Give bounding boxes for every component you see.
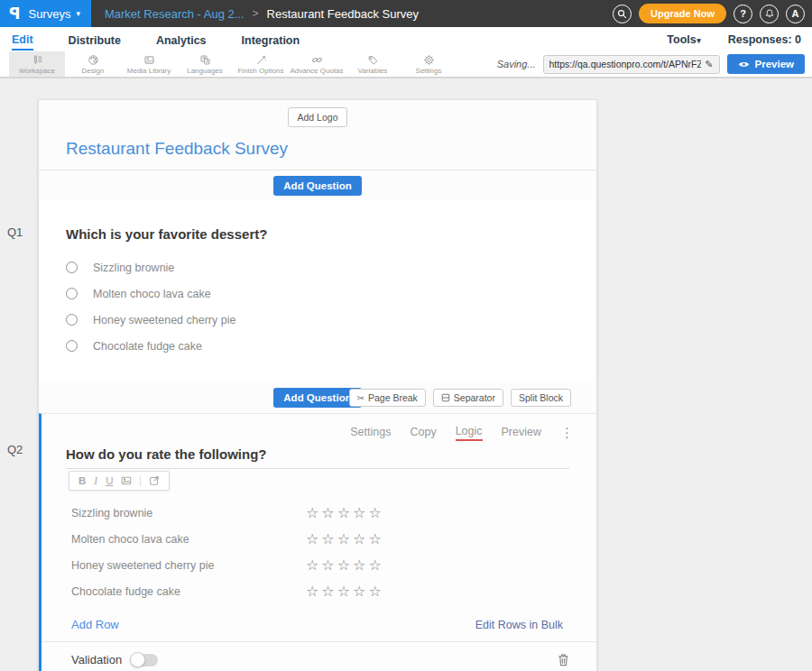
question-block-q2[interactable]: Settings Copy Logic Preview ⋮ How do you…	[39, 413, 596, 671]
toolbar-item-variables[interactable]: Variables	[345, 51, 401, 77]
image-icon	[121, 475, 132, 486]
validation-toggle[interactable]	[131, 654, 158, 666]
variables-icon	[367, 54, 379, 66]
tab-edit[interactable]: Edit	[12, 29, 33, 51]
edit-url-icon[interactable]: ✎	[705, 59, 713, 70]
rating-matrix: Sizzling brownie ☆☆☆☆☆ Molten choco lava…	[71, 500, 569, 604]
star-rating-icons[interactable]: ☆☆☆☆☆	[306, 556, 384, 574]
question-number-q2: Q2	[7, 443, 23, 456]
product-switcher[interactable]: P Surveys ▾	[0, 0, 91, 27]
answer-option-label: Sizzling brownie	[93, 262, 174, 274]
rating-row-label[interactable]: Molten choco lava cake	[71, 533, 306, 546]
toolbar-item-settings[interactable]: Settings	[401, 51, 457, 77]
rating-row-label[interactable]: Chocolate fudge cake	[71, 585, 306, 598]
delete-question-button[interactable]	[558, 653, 569, 666]
responses-count[interactable]: Responses: 0	[728, 33, 801, 46]
toolbar-item-finish-options[interactable]: Finish Options	[233, 51, 289, 77]
upgrade-now-button[interactable]: Upgrade Now	[639, 4, 726, 23]
toolbar-item-media-library[interactable]: Media Library	[121, 51, 177, 77]
row-management: Add Row Edit Rows in Bulk	[42, 604, 596, 641]
insert-image-button[interactable]	[121, 475, 132, 486]
rating-row-label[interactable]: Sizzling brownie	[71, 507, 306, 519]
insert-actions: ✂ Page Break Separator Split Block	[349, 389, 571, 407]
question-tab-settings[interactable]: Settings	[350, 426, 391, 440]
survey-editor-canvas: Q1 Q2 Add Logo Restaurant Feedback Surve…	[0, 78, 812, 671]
question-tab-logic[interactable]: Logic	[456, 425, 483, 441]
separator-button[interactable]: Separator	[433, 389, 503, 407]
underline-button[interactable]: U	[106, 475, 113, 486]
answer-options: Sizzling brownie Molten choco lava cake …	[66, 262, 569, 352]
page-break-button[interactable]: ✂ Page Break	[349, 389, 426, 407]
tab-integration[interactable]: Integration	[242, 30, 300, 50]
toolbar-item-design[interactable]: Design	[65, 51, 121, 77]
question-block-q1[interactable]: Which is your favorite dessert? Sizzling…	[39, 201, 596, 382]
search-button[interactable]	[613, 5, 632, 23]
tools-menu[interactable]: Tools ▾	[667, 33, 700, 46]
breadcrumb-parent[interactable]: Market Research - Aug 2...	[105, 7, 245, 21]
toggle-knob	[130, 652, 145, 667]
toolbar-item-label: Design	[82, 67, 105, 75]
star-rating-icons[interactable]: ☆☆☆☆☆	[306, 583, 384, 600]
add-question-button[interactable]: Add Question	[273, 176, 361, 196]
advance-quotas-icon	[311, 54, 323, 66]
radio-icon[interactable]	[66, 262, 78, 273]
survey-title[interactable]: Restaurant Feedback Survey	[66, 139, 569, 159]
question-tab-copy[interactable]: Copy	[410, 426, 436, 440]
external-link-icon	[149, 475, 160, 486]
design-icon	[88, 54, 99, 66]
preview-button[interactable]: Preview	[727, 54, 805, 74]
bold-button[interactable]: B	[78, 475, 86, 486]
survey-nav-tabs: Edit Distribute Analytics Integration To…	[0, 27, 812, 51]
breadcrumb-separator: >	[253, 7, 259, 20]
separator-icon	[441, 393, 450, 402]
question-text-q2[interactable]: How do you rate the following?	[66, 446, 569, 469]
rating-row-label[interactable]: Honey sweetened cherry pie	[71, 559, 306, 572]
top-navigation-bar: P Surveys ▾ Market Research - Aug 2... >…	[0, 0, 812, 27]
italic-button[interactable]: I	[94, 475, 97, 486]
tabbar-right: Tools ▾ Responses: 0	[667, 33, 812, 46]
tab-analytics[interactable]: Analytics	[156, 30, 207, 50]
notifications-button[interactable]	[760, 5, 779, 23]
survey-header: Add Logo Restaurant Feedback Survey	[39, 100, 596, 170]
more-options-icon[interactable]: ⋮	[560, 425, 574, 441]
account-avatar[interactable]: A	[786, 5, 805, 23]
add-question-row-top: Add Question	[39, 170, 596, 201]
rating-row: Honey sweetened cherry pie ☆☆☆☆☆	[71, 552, 569, 578]
answer-option[interactable]: Chocolate fudge cake	[66, 340, 569, 352]
chevron-down-icon: ▾	[697, 36, 701, 45]
split-block-button[interactable]: Split Block	[511, 389, 571, 407]
radio-icon[interactable]	[66, 314, 78, 326]
star-rating-icons[interactable]: ☆☆☆☆☆	[306, 504, 384, 521]
answer-option-label: Honey sweetened cherry pie	[93, 314, 235, 326]
answer-option[interactable]: Honey sweetened cherry pie	[66, 314, 569, 326]
question-text-q1[interactable]: Which is your favorite dessert?	[66, 226, 569, 242]
radio-icon[interactable]	[66, 340, 78, 352]
add-logo-button[interactable]: Add Logo	[288, 107, 348, 127]
settings-icon	[423, 54, 435, 66]
media-library-icon	[143, 54, 155, 66]
answer-option[interactable]: Sizzling brownie	[66, 262, 569, 273]
help-button[interactable]: ?	[734, 5, 752, 23]
breadcrumb-current: Restaurant Feedback Survey	[267, 7, 419, 21]
toolbar-item-languages[interactable]: A Languages	[177, 51, 233, 77]
survey-url-input[interactable]	[549, 59, 702, 69]
tab-distribute[interactable]: Distribute	[69, 30, 121, 50]
eye-icon	[738, 60, 750, 69]
workspace-icon	[32, 54, 43, 66]
insert-link-button[interactable]	[149, 475, 160, 486]
toolbar-item-advance-quotas[interactable]: Advance Quotas	[289, 51, 345, 77]
radio-icon[interactable]	[66, 288, 78, 299]
split-block-label: Split Block	[519, 392, 563, 403]
editor-toolbar: Workspace Design Media Library A Languag…	[0, 51, 812, 78]
answer-option[interactable]: Molten choco lava cake	[66, 288, 569, 299]
toolbar-item-workspace[interactable]: Workspace	[9, 51, 65, 77]
star-rating-icons[interactable]: ☆☆☆☆☆	[306, 530, 384, 547]
add-row-link[interactable]: Add Row	[71, 618, 119, 631]
answer-option-label: Molten choco lava cake	[93, 288, 211, 300]
survey-card: Add Logo Restaurant Feedback Survey Add …	[38, 99, 597, 671]
edit-rows-in-bulk-link[interactable]: Edit Rows in Bulk	[475, 619, 563, 631]
trash-icon	[558, 653, 569, 666]
question-tab-preview[interactable]: Preview	[502, 426, 541, 440]
question-action-tabs: Settings Copy Logic Preview ⋮	[42, 414, 596, 441]
preview-label: Preview	[755, 59, 794, 69]
